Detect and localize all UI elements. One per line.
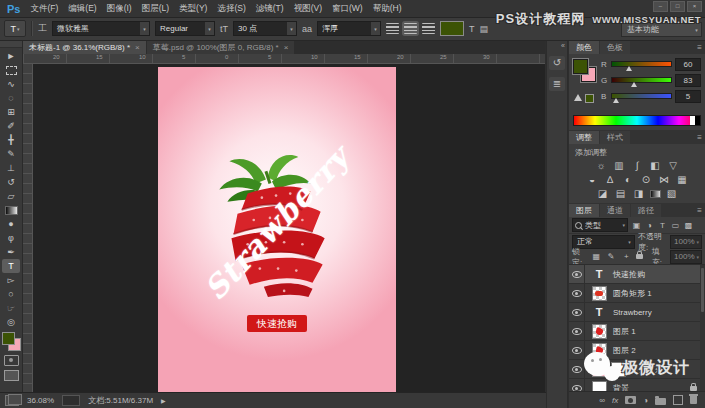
warp-text-icon[interactable]: T [469,24,475,34]
red-slider[interactable] [611,61,672,67]
menu-item-5[interactable]: 选择(S) [217,3,245,15]
eraser-tool[interactable]: ▱ [2,189,20,203]
path-select-tool[interactable]: ▻ [2,273,20,287]
menu-item-2[interactable]: 图像(I) [107,3,132,15]
brightness-contrast-icon[interactable]: ☼ [594,160,608,172]
visibility-toggle[interactable] [569,303,585,321]
visibility-toggle[interactable] [569,322,585,340]
history-brush-tool[interactable]: ↺ [2,175,20,189]
layer-row[interactable]: 背景 [569,379,705,391]
marquee-tool[interactable] [2,63,20,77]
lock-all-icon[interactable] [636,254,643,259]
canvas[interactable]: Strawberry 快速抢购 [158,67,396,393]
eyedropper-tool[interactable]: ✐ [2,119,20,133]
zoom-level[interactable]: 36.08% [27,396,54,405]
text-orientation-icon[interactable]: 工 [38,22,47,35]
threshold-icon[interactable]: ◨ [632,188,646,200]
close-icon[interactable]: × [284,43,289,52]
quick-select-tool[interactable]: ◌ [2,91,20,105]
layer-row[interactable]: T快速抢购 [569,265,705,284]
visibility-toggle[interactable] [569,284,585,302]
clone-stamp-tool[interactable]: ⊥ [2,161,20,175]
exposure-icon[interactable]: ◧ [648,160,662,172]
close-icon[interactable]: × [135,43,140,52]
tab-adjustments[interactable]: 调整 [569,131,599,144]
hand-tool[interactable]: ☞ [2,301,20,315]
menu-item-7[interactable]: 视图(V) [294,3,322,15]
green-slider[interactable] [611,77,672,83]
font-family-select[interactable]: 微软雅黑 ▾ [52,21,150,36]
foreground-color-swatch[interactable] [2,332,15,345]
color-lookup-icon[interactable]: ▦ [675,174,689,186]
filter-adjustment-layers-icon[interactable]: ◑ [644,221,655,230]
blur-tool[interactable]: ● [2,217,20,231]
layers-scrollbar[interactable] [700,265,705,391]
selective-color-icon[interactable]: ▧ [665,188,679,200]
minimize-button[interactable]: – [653,1,668,12]
layer-row[interactable]: TStrawberry [569,303,705,322]
maximize-button[interactable]: □ [670,1,685,12]
lock-transparent-pixels-icon[interactable]: ▦ [591,252,602,261]
screen-mode-button[interactable] [4,370,19,381]
tab-styles[interactable]: 样式 [600,131,630,144]
menu-item-3[interactable]: 图层(L) [142,3,169,15]
visibility-toggle[interactable] [569,360,585,378]
quick-mask-button[interactable] [4,355,19,366]
panel-menu-icon[interactable]: ≡ [697,133,702,142]
filter-smart-objects-icon[interactable]: ▩ [683,221,694,230]
type-tool[interactable]: T [2,259,20,273]
align-right-button[interactable] [422,23,435,34]
gradient-tool[interactable] [2,203,20,217]
layer-row[interactable]: 图层 1 [569,322,705,341]
posterize-icon[interactable]: ▤ [614,188,628,200]
visibility-toggle[interactable] [569,265,585,283]
pen-tool[interactable]: ✒ [2,245,20,259]
font-size-select[interactable]: 30 点 ▾ [233,21,297,36]
hue-saturation-icon[interactable]: ◒ [585,174,599,186]
expand-panels-icon[interactable]: « [561,42,565,49]
font-style-select[interactable]: Regular ▾ [155,21,215,36]
lasso-tool[interactable]: ∿ [2,77,20,91]
healing-brush-tool[interactable]: ╋ [2,133,20,147]
tool-preset-picker[interactable]: T ▾ [4,20,26,37]
invert-icon[interactable]: ◪ [596,188,610,200]
tab-layers[interactable]: 图层 [569,204,599,217]
brush-tool[interactable]: ✎ [2,147,20,161]
slider-thumb[interactable] [631,82,637,87]
levels-icon[interactable]: ▥ [612,160,626,172]
menu-item-0[interactable]: 文件(F) [30,3,58,15]
color-balance-icon[interactable]: ∆ [603,174,617,186]
add-layer-mask-icon[interactable] [625,396,636,404]
text-color-swatch[interactable] [440,21,464,36]
delete-layer-icon[interactable] [690,396,697,404]
slider-thumb[interactable] [626,66,632,71]
slider-thumb[interactable] [613,98,619,103]
channel-value[interactable]: 60 [675,58,701,71]
panel-menu-icon[interactable]: ≡ [697,206,702,215]
tab-color[interactable]: 颜色 [569,41,599,54]
dodge-tool[interactable]: φ [2,231,20,245]
document-tab-inactive[interactable]: 草莓.psd @ 100%(图层 0, RGB/8) * × [147,40,295,54]
close-button[interactable]: × [687,1,702,12]
tab-paths[interactable]: 路径 [631,204,661,217]
document-tab-active[interactable]: 未标题-1 @ 36.1%(RGB/8) * × [23,40,146,54]
filter-shape-layers-icon[interactable]: ▭ [670,221,681,230]
visibility-toggle[interactable] [569,379,585,391]
history-panel-icon[interactable]: ↺ [549,56,565,70]
toggle-panels-icon[interactable]: ▤ [480,24,489,34]
channel-value[interactable]: 5 [675,90,701,103]
black-white-icon[interactable]: ◐ [621,174,635,186]
status-options-icon[interactable]: ▶ [161,397,166,404]
zoom-tool[interactable]: ◎ [2,315,20,329]
fill-field[interactable]: 100% ▾ [670,250,702,264]
toolbar-grip[interactable] [0,40,22,48]
channel-value[interactable]: 83 [675,74,701,87]
filter-pixel-layers-icon[interactable]: ▣ [631,221,642,230]
panel-menu-icon[interactable]: ≡ [697,43,702,52]
visibility-toggle[interactable] [569,341,585,359]
shape-tool[interactable]: ○ [2,287,20,301]
gradient-map-icon[interactable] [650,190,661,198]
channel-mixer-icon[interactable]: ⋈ [657,174,671,186]
align-center-button[interactable] [404,23,417,34]
filter-type-layers-icon[interactable]: T [657,221,668,230]
